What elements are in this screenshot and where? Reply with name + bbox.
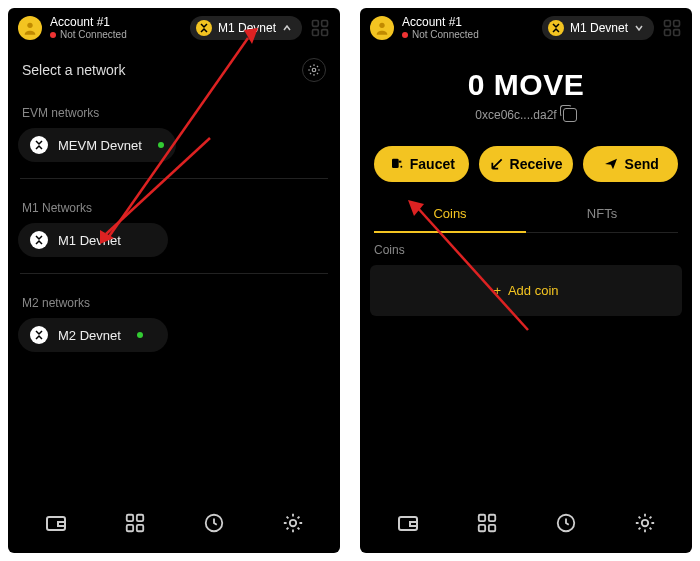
balance: 0 MOVE bbox=[360, 68, 692, 102]
receive-icon bbox=[490, 157, 504, 171]
account-status: Not Connected bbox=[402, 29, 479, 40]
account-block: Account #1 Not Connected bbox=[402, 16, 479, 40]
wallet-icon bbox=[44, 511, 68, 535]
balance-area: 0 MOVE 0xce06c....da2f bbox=[360, 44, 692, 130]
network-dropdown[interactable]: M1 Devnet bbox=[190, 16, 302, 40]
svg-rect-22 bbox=[398, 161, 401, 163]
svg-rect-3 bbox=[313, 30, 319, 36]
copy-icon[interactable] bbox=[563, 108, 577, 122]
asset-tabs: Coins NFTs bbox=[374, 196, 678, 233]
svg-rect-11 bbox=[136, 525, 142, 531]
header: Account #1 Not Connected M1 Devnet bbox=[8, 8, 340, 44]
add-coin-label: Add coin bbox=[508, 283, 559, 298]
group-label-m1: M1 Networks bbox=[8, 187, 340, 223]
svg-rect-8 bbox=[126, 515, 132, 521]
plus-icon: + bbox=[493, 283, 501, 298]
clock-icon bbox=[203, 512, 225, 534]
apps-icon[interactable] bbox=[310, 18, 330, 38]
apps-icon bbox=[124, 512, 146, 534]
nav-wallet[interactable] bbox=[394, 509, 422, 537]
svg-rect-26 bbox=[478, 515, 484, 521]
avatar[interactable] bbox=[370, 16, 394, 40]
screen-wallet-home: Account #1 Not Connected M1 Devnet 0 MOV… bbox=[360, 8, 692, 553]
avatar[interactable] bbox=[18, 16, 42, 40]
svg-rect-24 bbox=[399, 517, 417, 530]
receive-button[interactable]: Receive bbox=[479, 146, 574, 182]
header: Account #1 Not Connected M1 Devnet bbox=[360, 8, 692, 44]
divider bbox=[20, 178, 328, 179]
address-text: 0xce06c....da2f bbox=[475, 108, 556, 122]
coins-section-label: Coins bbox=[360, 233, 692, 265]
network-icon bbox=[196, 20, 212, 36]
address-row: 0xce06c....da2f bbox=[360, 108, 692, 122]
bottom-nav bbox=[8, 495, 340, 553]
send-button[interactable]: Send bbox=[583, 146, 678, 182]
network-settings-button[interactable] bbox=[302, 58, 326, 82]
apps-icon bbox=[476, 512, 498, 534]
svg-point-13 bbox=[289, 520, 295, 526]
svg-rect-1 bbox=[313, 21, 319, 27]
network-dropdown-label: M1 Devnet bbox=[218, 21, 276, 35]
nav-apps[interactable] bbox=[121, 509, 149, 537]
add-coin-button[interactable]: + Add coin bbox=[370, 265, 682, 316]
send-icon bbox=[603, 156, 619, 172]
network-dropdown-label: M1 Devnet bbox=[570, 21, 628, 35]
chevron-down-icon bbox=[634, 23, 644, 33]
svg-point-31 bbox=[641, 520, 647, 526]
nav-activity[interactable] bbox=[200, 509, 228, 537]
faucet-button[interactable]: Faucet bbox=[374, 146, 469, 182]
nav-settings[interactable] bbox=[279, 509, 307, 537]
gear-icon bbox=[282, 512, 304, 534]
svg-rect-20 bbox=[674, 30, 680, 36]
status-text: Not Connected bbox=[412, 29, 479, 40]
network-item-m2-devnet[interactable]: M2 Devnet bbox=[18, 318, 168, 352]
svg-rect-25 bbox=[410, 522, 417, 526]
select-network-title-row: Select a network bbox=[8, 44, 340, 92]
online-dot-icon bbox=[158, 142, 164, 148]
network-item-icon bbox=[30, 231, 48, 249]
network-item-m1-devnet[interactable]: M1 Devnet bbox=[18, 223, 168, 257]
account-name: Account #1 bbox=[50, 16, 127, 29]
status-text: Not Connected bbox=[60, 29, 127, 40]
clock-icon bbox=[555, 512, 577, 534]
network-item-label: M1 Devnet bbox=[58, 233, 121, 248]
online-dot-icon bbox=[137, 332, 143, 338]
svg-point-23 bbox=[400, 166, 402, 168]
network-item-icon bbox=[30, 326, 48, 344]
gear-icon bbox=[634, 512, 656, 534]
network-dropdown[interactable]: M1 Devnet bbox=[542, 16, 654, 40]
network-item-icon bbox=[30, 136, 48, 154]
screen-network-selector: Account #1 Not Connected M1 Devnet Selec… bbox=[8, 8, 340, 553]
network-item-label: MEVM Devnet bbox=[58, 138, 142, 153]
account-name: Account #1 bbox=[402, 16, 479, 29]
account-block: Account #1 Not Connected bbox=[50, 16, 127, 40]
chevron-up-icon bbox=[282, 23, 292, 33]
svg-rect-21 bbox=[392, 159, 399, 168]
svg-rect-7 bbox=[58, 522, 65, 526]
nav-apps[interactable] bbox=[473, 509, 501, 537]
nav-settings[interactable] bbox=[631, 509, 659, 537]
divider bbox=[20, 273, 328, 274]
svg-rect-9 bbox=[136, 515, 142, 521]
nav-wallet[interactable] bbox=[42, 509, 70, 537]
nav-activity[interactable] bbox=[552, 509, 580, 537]
send-label: Send bbox=[625, 156, 659, 172]
tab-nfts[interactable]: NFTs bbox=[526, 196, 678, 232]
svg-rect-4 bbox=[322, 30, 328, 36]
svg-rect-19 bbox=[665, 30, 671, 36]
bottom-nav bbox=[360, 495, 692, 553]
svg-rect-17 bbox=[665, 21, 671, 27]
tab-coins[interactable]: Coins bbox=[374, 196, 526, 233]
svg-rect-6 bbox=[47, 517, 65, 530]
status-dot-icon bbox=[50, 32, 56, 38]
svg-rect-27 bbox=[488, 515, 494, 521]
select-network-title: Select a network bbox=[22, 62, 126, 78]
apps-icon[interactable] bbox=[662, 18, 682, 38]
svg-point-5 bbox=[312, 68, 316, 72]
faucet-icon bbox=[388, 156, 404, 172]
svg-rect-2 bbox=[322, 21, 328, 27]
network-item-mevm-devnet[interactable]: MEVM Devnet bbox=[18, 128, 176, 162]
group-label-m2: M2 networks bbox=[8, 282, 340, 318]
group-label-evm: EVM networks bbox=[8, 92, 340, 128]
action-row: Faucet Receive Send bbox=[360, 130, 692, 192]
